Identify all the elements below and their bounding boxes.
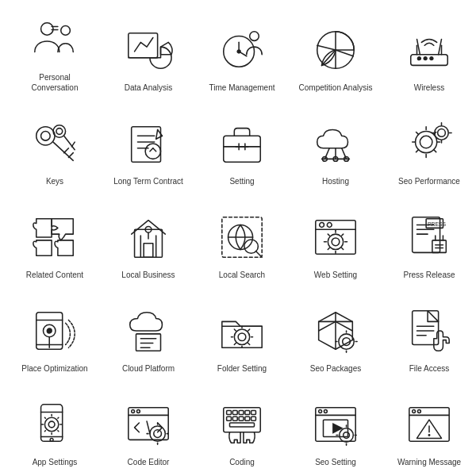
coding-icon [214, 397, 270, 452]
icon-cell-code-editor[interactable]: Code Editor [102, 378, 195, 472]
svg-line-93 [328, 234, 329, 236]
icon-cell-related-content[interactable]: Related Content [8, 191, 102, 285]
icon-cell-data-analysis[interactable]: Data Analysis [102, 4, 195, 98]
press-release-label: Press Release [403, 270, 455, 280]
web-setting-label: Web Setting [314, 270, 357, 280]
icon-cell-seo-performance[interactable]: Seo Performance [382, 98, 476, 191]
code-editor-label: Code Editor [128, 457, 170, 467]
web-setting-icon [308, 209, 363, 265]
seo-setting-icon [308, 397, 363, 452]
icon-cell-setting[interactable]: Setting [195, 98, 289, 191]
svg-point-67 [435, 126, 448, 140]
warning-message-label: Warning Message [397, 457, 461, 467]
icon-cell-hosting[interactable]: Hosting [289, 98, 382, 191]
folder-setting-label: Folder Setting [217, 363, 267, 374]
svg-point-86 [327, 223, 332, 228]
svg-rect-177 [230, 423, 255, 427]
icon-cell-seo-setting[interactable]: Seo Setting [289, 378, 382, 472]
icon-cell-place-optimization[interactable]: Place Optimization [8, 285, 102, 378]
cloud-platform-label: Cloud Platform [122, 363, 175, 374]
svg-marker-183 [332, 423, 344, 434]
related-content-icon [27, 209, 83, 265]
local-business-icon [121, 209, 176, 265]
svg-line-130 [336, 321, 352, 331]
svg-line-14 [322, 50, 336, 65]
cloud-platform-icon [121, 303, 176, 359]
time-management-label: Time Management [209, 83, 275, 93]
icon-cell-time-management[interactable]: Time Management [195, 4, 289, 98]
svg-point-88 [332, 238, 340, 246]
icon-cell-coding[interactable]: Coding [195, 378, 289, 472]
svg-line-124 [248, 344, 250, 345]
file-access-icon [401, 303, 457, 359]
app-settings-icon [27, 397, 83, 452]
icon-cell-wireless[interactable]: Wireless [382, 4, 476, 98]
keys-label: Keys [46, 176, 63, 186]
svg-rect-166 [224, 408, 261, 432]
svg-point-25 [430, 57, 433, 60]
svg-line-41 [153, 148, 156, 152]
svg-point-157 [132, 410, 135, 413]
svg-rect-173 [232, 416, 237, 420]
icon-cell-press-release[interactable]: PRESS Press Release [382, 191, 476, 285]
personal-conversation-label: Personal Conversation [15, 72, 94, 93]
svg-line-125 [248, 329, 250, 331]
icon-cell-long-term-contract[interactable]: Long Term Contract [102, 98, 195, 191]
svg-point-87 [328, 234, 343, 249]
svg-rect-45 [224, 136, 261, 162]
svg-line-126 [234, 344, 236, 345]
app-settings-label: App Settings [33, 457, 78, 467]
folder-setting-icon [214, 303, 270, 359]
svg-line-159 [147, 421, 150, 434]
svg-point-85 [320, 223, 324, 228]
icon-cell-local-search[interactable]: Local Search [195, 191, 289, 285]
icon-cell-seo-packages[interactable]: Seo Packages [289, 285, 382, 378]
file-access-label: File Access [409, 363, 450, 374]
svg-rect-169 [239, 411, 244, 415]
time-management-icon [214, 22, 270, 78]
svg-line-63 [416, 132, 419, 134]
icon-cell-web-setting[interactable]: Web Setting [289, 191, 382, 285]
place-optimization-label: Place Optimization [21, 363, 87, 374]
svg-rect-76 [144, 244, 153, 257]
svg-rect-171 [251, 411, 256, 415]
svg-line-154 [44, 431, 45, 432]
svg-point-146 [48, 421, 55, 428]
svg-rect-168 [232, 411, 237, 415]
competition-analysis-label: Competition Analysis [299, 83, 373, 93]
icon-cell-app-settings[interactable]: App Settings [8, 378, 102, 472]
svg-line-42 [158, 130, 163, 136]
svg-line-66 [416, 150, 419, 152]
icon-grid: Personal Conversation Data Analysis [4, 0, 472, 476]
svg-rect-175 [245, 416, 250, 420]
svg-point-39 [145, 144, 160, 159]
icon-cell-keys[interactable]: Keys [8, 98, 102, 191]
coding-label: Coding [229, 457, 255, 467]
svg-rect-18 [411, 55, 448, 66]
long-term-contract-label: Long Term Contract [113, 176, 183, 186]
long-term-contract-icon [121, 116, 176, 171]
svg-line-129 [319, 321, 336, 331]
svg-line-15 [317, 45, 336, 50]
svg-point-118 [238, 333, 246, 341]
data-analysis-label: Data Analysis [125, 83, 173, 93]
local-search-icon [214, 209, 270, 265]
svg-point-26 [36, 127, 55, 145]
svg-line-123 [234, 329, 236, 331]
svg-text:PRESS: PRESS [428, 221, 446, 227]
svg-line-17 [336, 50, 353, 56]
svg-line-96 [328, 248, 329, 250]
wireless-icon [401, 22, 457, 78]
svg-point-144 [50, 438, 53, 441]
icon-cell-personal-conversation[interactable]: Personal Conversation [8, 4, 102, 98]
svg-line-29 [64, 148, 69, 153]
icon-cell-warning-message[interactable]: Warning Message [382, 378, 476, 472]
svg-point-158 [136, 410, 140, 413]
icon-cell-local-business[interactable]: Local Business [102, 191, 195, 285]
svg-point-23 [417, 57, 420, 60]
icon-cell-competition-analysis[interactable]: Competition Analysis [289, 4, 382, 98]
icon-cell-folder-setting[interactable]: Folder Setting [195, 285, 289, 378]
icon-cell-cloud-platform[interactable]: Cloud Platform [102, 285, 195, 378]
icon-cell-file-access[interactable]: File Access [382, 285, 476, 378]
svg-rect-172 [227, 416, 232, 420]
